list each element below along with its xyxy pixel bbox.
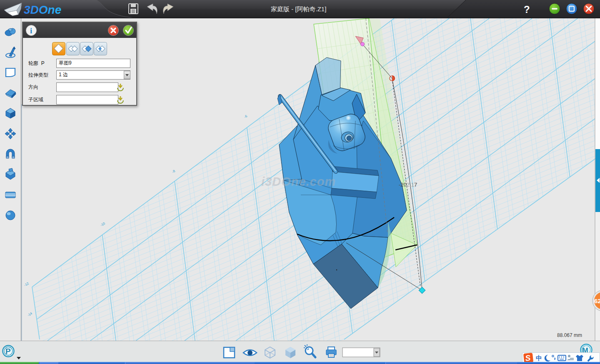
svg-text:家庭版 - [阿帕奇.Z1]: 家庭版 - [阿帕奇.Z1] <box>271 5 326 12</box>
svg-text:中: 中 <box>536 354 542 362</box>
svg-text:P: P <box>5 347 11 356</box>
svg-text:-202.17: -202.17 <box>399 182 417 188</box>
svg-text:i3DOne.com: i3DOne.com <box>261 175 336 188</box>
svg-text:i: i <box>30 26 32 35</box>
svg-text:?: ? <box>524 4 530 15</box>
svg-text:62: 62 <box>594 297 600 304</box>
svg-text:3DOne: 3DOne <box>24 3 61 16</box>
svg-text:S: S <box>525 353 531 362</box>
svg-text:88.067 mm: 88.067 mm <box>557 332 582 338</box>
